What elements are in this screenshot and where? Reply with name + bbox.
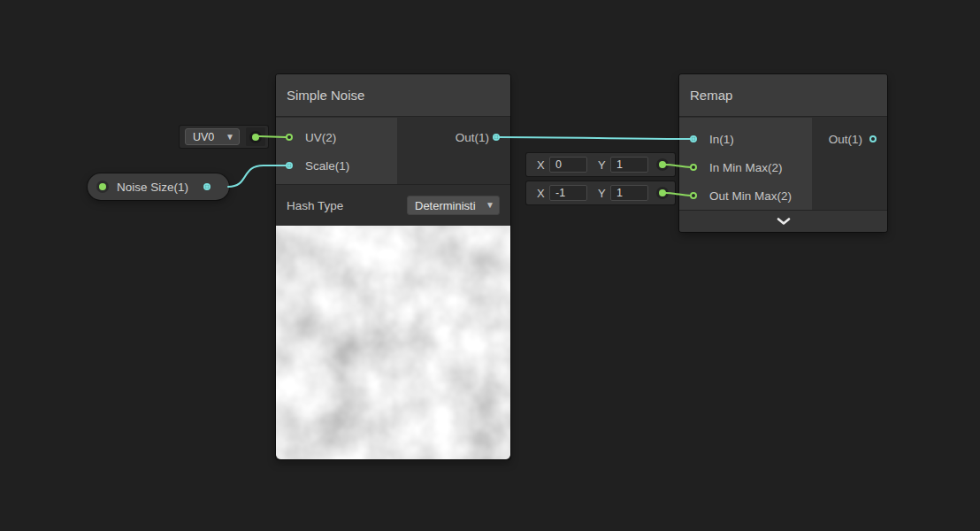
port-connected-dot	[205, 185, 209, 189]
hash-type-value: Deterministi	[415, 199, 476, 212]
port-out-min-max-input[interactable]	[690, 192, 697, 199]
port-label-out: Out(1)	[829, 129, 862, 149]
node-simple-noise[interactable]: Simple Noise UV(2) Scale(1) Out(1) Hash …	[276, 74, 510, 459]
node-title[interactable]: Simple Noise	[276, 74, 510, 117]
uv-channel-dropdown[interactable]: UV0 ▼	[185, 128, 240, 145]
y-value-field[interactable]: 1	[610, 157, 648, 173]
widget-connector-dot[interactable]	[252, 134, 259, 141]
out-min-max-default-widget: X -1 Y 1	[526, 181, 675, 204]
port-label-out-min-max: Out Min Max(2)	[709, 186, 792, 205]
port-in-min-max-input[interactable]	[690, 164, 697, 171]
x-axis-label: X	[537, 187, 549, 200]
y-axis-label: Y	[598, 158, 610, 172]
port-scale-input[interactable]	[286, 162, 293, 169]
shader-graph-canvas[interactable]: Simple Noise UV(2) Scale(1) Out(1) Hash …	[0, 0, 980, 531]
port-connected-dot	[287, 164, 291, 167]
uv-channel-value: UV0	[193, 131, 214, 143]
port-label-uv: UV(2)	[305, 127, 336, 147]
node-expand-bar[interactable]	[679, 210, 887, 232]
port-property-output[interactable]	[203, 183, 211, 190]
hash-type-label: Hash Type	[287, 199, 343, 212]
node-remap[interactable]: Remap In(1) In Min Max(2) Out Min Max(2)…	[679, 74, 887, 232]
port-connected-dot	[494, 135, 498, 139]
chevron-down-icon	[777, 218, 791, 226]
port-uv-input[interactable]	[286, 134, 293, 141]
y-axis-label: Y	[598, 187, 610, 200]
property-label: Noise Size(1)	[117, 181, 188, 194]
port-out-output[interactable]	[869, 135, 877, 142]
noise-preview-image	[276, 226, 510, 459]
hash-type-dropdown[interactable]: Deterministi ▼	[407, 196, 500, 215]
uv-channel-widget: UV0 ▼	[180, 126, 268, 148]
port-in-input[interactable]	[690, 135, 697, 142]
x-value-field[interactable]: 0	[549, 157, 587, 173]
port-label-in-min-max: In Min Max(2)	[709, 158, 783, 177]
exposed-property-dot	[99, 183, 106, 190]
port-connected-dot	[692, 137, 695, 141]
node-title[interactable]: Remap	[679, 74, 887, 117]
widget-port-cell	[246, 127, 265, 146]
x-value-field[interactable]: -1	[549, 185, 587, 201]
noise-preview	[276, 226, 510, 459]
chevron-down-icon: ▼	[486, 201, 494, 210]
widget-connector-dot[interactable]	[659, 189, 666, 196]
widget-connector-dot[interactable]	[659, 161, 666, 168]
wire-out-to-in[interactable]	[498, 137, 691, 139]
hash-type-row: Hash Type Deterministi ▼	[276, 184, 510, 226]
port-label-in: In(1)	[709, 129, 734, 149]
port-label-scale: Scale(1)	[305, 156, 349, 175]
port-out-output[interactable]	[493, 134, 500, 141]
chevron-down-icon: ▼	[226, 133, 234, 142]
port-label-out: Out(1)	[456, 127, 489, 147]
x-axis-label: X	[537, 158, 549, 172]
property-node-noise-size[interactable]: Noise Size(1)	[88, 173, 229, 200]
y-value-field[interactable]: 1	[610, 185, 648, 201]
in-min-max-default-widget: X 0 Y 1	[526, 153, 675, 176]
